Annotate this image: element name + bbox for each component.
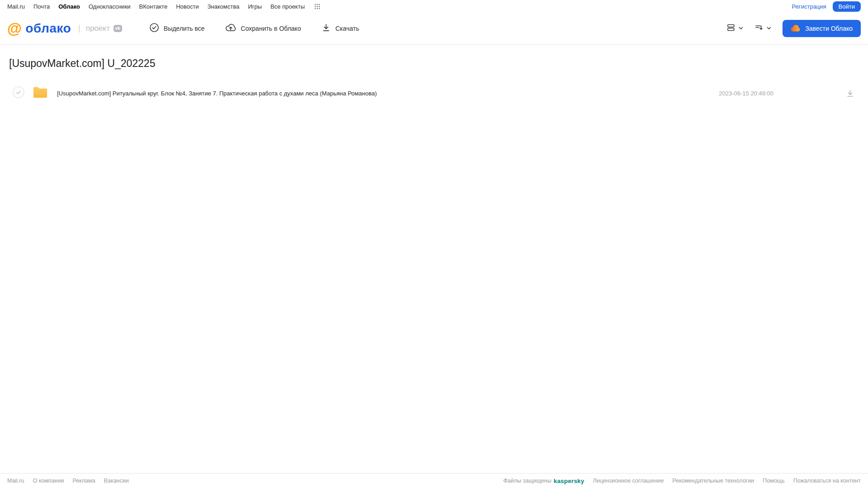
footer-link-jobs[interactable]: Вакансии [104,478,129,484]
header-right-controls: Завести Облако [726,20,861,37]
topnav-item-vkontakte[interactable]: ВКонтакте [139,3,168,10]
check-circle-icon [149,23,159,34]
topnav-item-games[interactable]: Игры [248,3,262,10]
download-label: Скачать [335,25,359,32]
apps-grid-icon[interactable] [314,4,320,9]
sort-icon [754,23,764,34]
registration-link[interactable]: Регистрация [792,3,826,10]
logo-divider: | [78,24,81,33]
save-to-cloud-label: Сохранить в Облако [241,25,301,32]
footer-bar: Mail.ru О компании Реклама Вакансии Файл… [0,473,868,488]
topnav-item-dating[interactable]: Знакомства [207,3,239,10]
save-to-cloud-button[interactable]: Сохранить в Облако [225,23,301,34]
project-label: проект [86,24,110,33]
cloud-upload-icon [225,23,236,34]
topnav-item-mailru[interactable]: Mail.ru [7,3,25,10]
list-view-icon [726,23,735,34]
footer-link-about[interactable]: О компании [33,478,64,484]
login-button[interactable]: Войти [833,1,861,12]
footer-left-links: Mail.ru О компании Реклама Вакансии [7,478,129,484]
create-cloud-button[interactable]: Завести Облако [783,20,861,37]
footer-link-ads[interactable]: Реклама [72,478,95,484]
cloud-icon [791,24,801,32]
footer-link-recommendation-tech[interactable]: Рекомендательные технологии [672,478,754,484]
files-protected-note: Файлы защищены kaspersky [503,478,584,484]
cloud-logo[interactable]: @ облако | проект vk [7,21,122,36]
view-mode-dropdown[interactable] [726,23,744,34]
topnav-item-news[interactable]: Новости [176,3,199,10]
topnav-item-cloud[interactable]: Облако [58,3,80,10]
footer-link-license[interactable]: Лицензионное соглашение [593,478,664,484]
footer-link-mailru[interactable]: Mail.ru [7,478,24,484]
header-bar: @ облако | проект vk Выделить все Сохран… [0,13,868,44]
download-icon [322,23,331,33]
chevron-down-icon [766,24,772,33]
file-row[interactable]: [UsupovMarket.com] Ритуальный круг. Блок… [0,81,868,106]
select-all-label: Выделить все [164,25,205,32]
topnav-item-mail[interactable]: Почта [33,3,50,10]
select-all-button[interactable]: Выделить все [149,23,205,34]
chevron-down-icon [738,24,744,33]
main-content: [UsupovMarket.com] U_202225 [UsupovMarke… [0,57,868,106]
download-button[interactable]: Скачать [322,23,359,33]
kaspersky-link[interactable]: kaspersky [554,478,584,484]
create-cloud-label: Завести Облако [805,25,853,32]
vk-badge-icon: vk [114,25,122,32]
file-name-link[interactable]: [UsupovMarket.com] Ритуальный круг. Блок… [57,90,377,97]
topnav-item-odnoklassniki[interactable]: Одноклассники [89,3,131,10]
footer-link-help[interactable]: Помощь [763,478,784,484]
top-nav-links: Mail.ru Почта Облако Одноклассники ВКонт… [7,3,320,10]
row-checkbox[interactable] [13,86,24,100]
topnav-item-all-projects[interactable]: Все проекты [270,3,305,10]
mailru-at-icon: @ [7,21,22,36]
file-date: 2023-06-15 20:49:00 [719,90,773,97]
sort-dropdown[interactable] [754,23,772,34]
top-nav-bar: Mail.ru Почта Облако Одноклассники ВКонт… [0,0,868,13]
toolbar: Выделить все Сохранить в Облако Скачать [149,23,359,34]
page-title: [UsupovMarket.com] U_202225 [9,57,868,70]
footer-right-links: Файлы защищены kaspersky Лицензионное со… [503,478,861,484]
logo-wordmark: облако [25,21,71,36]
top-nav-auth: Регистрация Войти [792,1,861,12]
row-download-icon[interactable] [846,89,854,98]
folder-icon [33,85,48,101]
protected-label: Файлы защищены [503,478,551,484]
footer-link-report-content[interactable]: Пожаловаться на контент [793,478,861,484]
